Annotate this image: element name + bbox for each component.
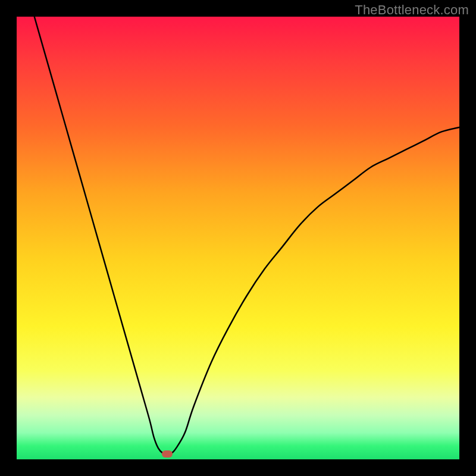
bottleneck-curve [35, 17, 459, 454]
chart-frame: TheBottleneck.com [0, 0, 476, 476]
optimal-marker [162, 450, 173, 458]
curve-svg [17, 17, 459, 459]
watermark-text: TheBottleneck.com [355, 2, 469, 18]
plot-area [17, 17, 459, 459]
